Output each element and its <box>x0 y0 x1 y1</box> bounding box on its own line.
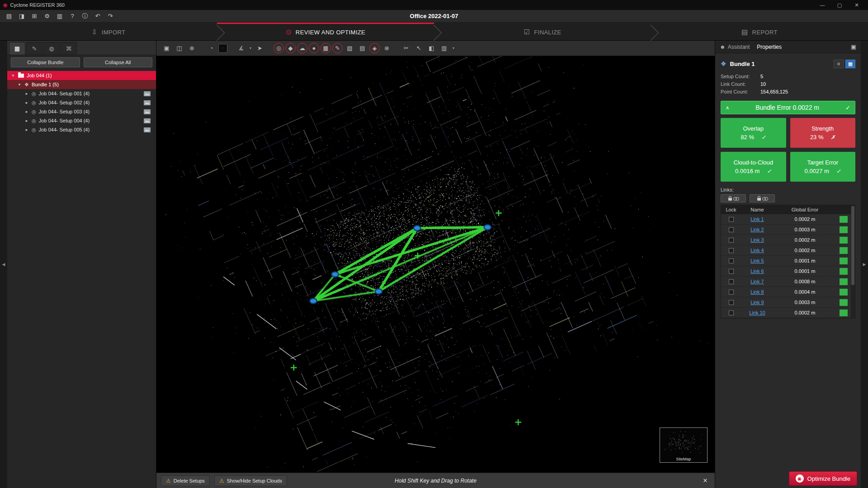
storage-icon[interactable]: ▥ <box>54 11 65 21</box>
expander-icon[interactable]: ▸ <box>24 100 29 105</box>
show-spheres-icon[interactable]: ● <box>309 43 319 53</box>
sitemap-thumbnail[interactable]: SiteMap <box>660 427 708 463</box>
measure-dropdown-icon[interactable]: ▾ <box>248 46 253 50</box>
expander-icon[interactable]: ▾ <box>11 73 15 78</box>
pano-image-icon[interactable] <box>144 109 151 114</box>
tab-project-explorer[interactable]: ▦ <box>9 42 25 55</box>
tab-properties[interactable]: Properties <box>757 41 782 53</box>
link-table-row[interactable]: Link 5 0.0001 m <box>721 256 851 266</box>
link-name[interactable]: Link 7 <box>750 279 764 284</box>
optimize-bundle-button[interactable]: ◉ Optimize Bundle <box>789 471 857 486</box>
expander-icon[interactable]: ▸ <box>24 109 29 114</box>
links-table-scrollbar[interactable] <box>851 205 855 318</box>
link-table-row[interactable]: Link 10 0.0002 m <box>721 308 851 318</box>
align-icon[interactable]: ↖ <box>413 42 425 54</box>
link-table-row[interactable]: Link 2 0.0003 m <box>721 225 851 235</box>
collapse-right-handle[interactable]: ▶ <box>861 41 868 488</box>
undo-icon[interactable]: ↶ <box>92 11 103 21</box>
tab-graph[interactable]: ⌘ <box>61 42 77 55</box>
tree-item-bundle[interactable]: ▾ ❖ Bundle 1 (5) <box>7 80 156 89</box>
save-icon[interactable]: ◨ <box>16 11 27 21</box>
show-targets-icon[interactable]: ◎ <box>274 43 284 53</box>
link-name[interactable]: Link 9 <box>750 300 764 305</box>
link-table-row[interactable]: Link 9 0.0003 m <box>721 297 851 308</box>
lock-checkbox[interactable] <box>729 238 734 243</box>
link-table-row[interactable]: Link 4 0.0002 m <box>721 245 851 256</box>
scrollbar-thumb[interactable] <box>851 206 854 285</box>
background-color-icon[interactable]: ■ <box>218 44 227 53</box>
link-name[interactable]: Link 6 <box>750 268 764 274</box>
lock-checkbox[interactable] <box>729 269 734 274</box>
help-icon[interactable]: ? <box>67 11 78 21</box>
show-tags-icon[interactable]: ◆ <box>285 43 296 53</box>
lock-checkbox[interactable] <box>729 290 734 295</box>
link-table-row[interactable]: Link 7 0.0008 m <box>721 277 851 287</box>
pick-icon[interactable]: ➤ <box>254 42 265 54</box>
geotag-icon[interactable]: ◈ <box>369 43 380 53</box>
expander-icon[interactable]: ▾ <box>17 82 22 87</box>
collapse-bundle-button[interactable]: Collapse Bundle <box>11 57 80 67</box>
expander-icon[interactable]: ▸ <box>24 91 29 96</box>
link-table-row[interactable]: Link 3 0.0002 m <box>721 235 851 245</box>
grid-view-button[interactable]: ▦ <box>845 60 855 68</box>
settings-icon[interactable]: ⚙ <box>42 11 52 21</box>
pano-image-icon[interactable] <box>144 91 151 96</box>
lock-all-links-button[interactable] <box>721 194 746 202</box>
link-name[interactable]: Link 2 <box>750 227 764 232</box>
link-table-row[interactable]: Link 8 0.0004 m <box>721 287 851 297</box>
tab-annotations[interactable]: ✎ <box>26 42 42 55</box>
redo-icon[interactable]: ↷ <box>105 11 116 21</box>
camera-icon[interactable]: ▤ <box>357 42 368 54</box>
expander-icon[interactable]: ▸ <box>24 118 29 123</box>
close-bottom-bar-button[interactable]: ✕ <box>700 477 710 484</box>
lock-checkbox[interactable] <box>729 258 734 263</box>
collapse-all-button[interactable]: Collapse All <box>84 57 153 67</box>
orbit-icon[interactable]: ◔ <box>206 42 217 54</box>
workflow-step-review-and-optimize[interactable]: ⊙ REVIEW AND OPTIMIZE <box>217 23 434 40</box>
lock-checkbox[interactable] <box>729 217 734 222</box>
link-name[interactable]: Link 5 <box>750 258 764 263</box>
minimize-button[interactable]: — <box>814 0 831 10</box>
link-name[interactable]: Link 3 <box>750 237 764 243</box>
workflow-step-finalize[interactable]: ☑ FINALIZE <box>434 23 651 40</box>
maximize-button[interactable]: ▢ <box>831 0 848 10</box>
list-view-button[interactable]: ≡ <box>834 60 844 68</box>
workflow-step-report[interactable]: ▤ REPORT <box>651 23 868 40</box>
pano-image-icon[interactable] <box>144 127 151 132</box>
close-button[interactable]: ✕ <box>848 0 865 10</box>
link-table-row[interactable]: Link 6 0.0001 m <box>721 266 851 277</box>
workflow-step-import[interactable]: ⇩ IMPORT <box>0 23 217 40</box>
zoom-window-icon[interactable]: ⊕ <box>186 42 198 54</box>
draw-link-icon[interactable]: ✎ <box>332 43 343 53</box>
tab-web[interactable]: ◍ <box>43 42 60 55</box>
tab-assistant[interactable]: ☻ Assistant <box>720 41 750 53</box>
expand-panel-icon[interactable]: ▣ <box>851 43 856 50</box>
tree-item-setup[interactable]: ▸ ◎ Job 044- Setup 003 (4) <box>7 107 156 116</box>
lock-checkbox[interactable] <box>729 310 734 315</box>
collapse-left-handle[interactable]: ◀ <box>0 41 7 488</box>
split-view-icon[interactable]: ◫ <box>174 42 185 54</box>
layout-dropdown-icon[interactable]: ▾ <box>451 46 456 50</box>
tree-item-setup[interactable]: ▸ ◎ Job 044- Setup 004 (4) <box>7 116 156 125</box>
layout-icon[interactable]: ▥ <box>439 42 450 54</box>
tree-item-setup[interactable]: ▸ ◎ Job 044- Setup 002 (4) <box>7 98 156 107</box>
point-cloud-viewport[interactable]: SiteMap <box>156 56 715 473</box>
views-icon[interactable]: ◧ <box>426 42 437 54</box>
banner-collapse-icon[interactable]: ∧ <box>726 105 729 111</box>
lock-checkbox[interactable] <box>729 279 734 284</box>
cut-icon[interactable]: ✂ <box>401 42 412 54</box>
open-project-icon[interactable]: ▤ <box>4 11 14 21</box>
show-mesh-icon[interactable]: ▦ <box>321 43 331 53</box>
import-data-icon[interactable]: ⊞ <box>29 11 40 21</box>
images-icon[interactable]: ▧ <box>344 42 355 54</box>
tree-item-setup[interactable]: ▸ ◎ Job 044- Setup 001 (4) <box>7 89 156 98</box>
delete-setups-button[interactable]: ⚠ Delete Setups <box>161 475 210 486</box>
unlock-all-links-button[interactable] <box>750 194 775 202</box>
show-hide-setup-clouds-button[interactable]: ⚠ Show/Hide Setup Clouds <box>214 475 287 486</box>
pano-image-icon[interactable] <box>144 118 151 123</box>
remove-link-icon[interactable]: ⊗ <box>381 42 392 54</box>
tree-item-setup[interactable]: ▸ ◎ Job 044- Setup 005 (4) <box>7 125 156 134</box>
measure-icon[interactable]: ∡ <box>236 42 247 54</box>
bundle-error-banner[interactable]: ∧ Bundle Error 0.0022 m ✓ <box>721 101 855 114</box>
pano-image-icon[interactable] <box>144 100 151 105</box>
